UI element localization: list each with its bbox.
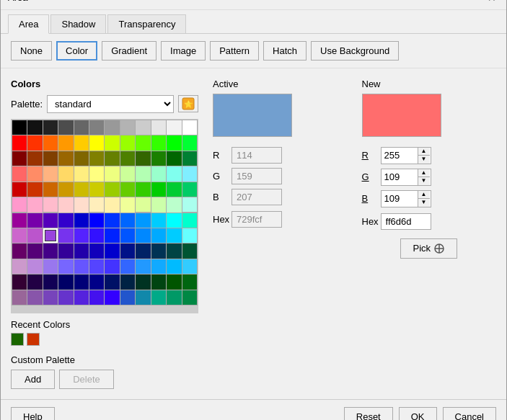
color-cell[interactable] xyxy=(74,228,89,243)
color-cell[interactable] xyxy=(43,166,58,181)
color-cell[interactable] xyxy=(182,151,197,166)
color-cell[interactable] xyxy=(89,197,104,212)
color-cell[interactable] xyxy=(43,259,58,274)
color-cell[interactable] xyxy=(12,259,27,274)
color-cell[interactable] xyxy=(43,243,58,258)
color-cell[interactable] xyxy=(182,197,197,212)
color-cell[interactable] xyxy=(151,274,166,289)
color-cell[interactable] xyxy=(12,213,27,228)
color-cell[interactable] xyxy=(105,228,119,243)
color-cell[interactable] xyxy=(151,228,166,243)
color-cell[interactable] xyxy=(89,243,104,258)
color-cell[interactable] xyxy=(120,182,135,197)
fill-hatch-button[interactable]: Hatch xyxy=(263,41,307,61)
fill-gradient-button[interactable]: Gradient xyxy=(102,41,156,61)
color-cell[interactable] xyxy=(74,213,89,228)
color-cell[interactable] xyxy=(27,290,42,305)
color-cell[interactable] xyxy=(105,135,119,150)
new-r-increment[interactable]: ▲ xyxy=(418,148,430,156)
color-cell[interactable] xyxy=(74,135,89,150)
color-cell[interactable] xyxy=(89,120,104,135)
color-cell[interactable] xyxy=(89,290,104,305)
color-cell[interactable] xyxy=(151,213,166,228)
color-cell[interactable] xyxy=(12,120,27,135)
color-cell[interactable] xyxy=(43,151,58,166)
fill-none-button[interactable]: None xyxy=(11,41,52,61)
color-cell[interactable] xyxy=(167,135,181,150)
color-cell[interactable] xyxy=(27,166,42,181)
fill-image-button[interactable]: Image xyxy=(161,41,206,61)
new-r-decrement[interactable]: ▼ xyxy=(418,156,430,164)
color-cell[interactable] xyxy=(182,243,197,258)
color-cell[interactable] xyxy=(120,290,135,305)
new-hex-input[interactable] xyxy=(381,213,431,230)
color-cell[interactable] xyxy=(151,243,166,258)
color-cell[interactable] xyxy=(43,135,58,150)
color-cell[interactable] xyxy=(151,197,166,212)
color-cell[interactable] xyxy=(136,135,150,150)
color-cell[interactable] xyxy=(27,259,42,274)
cancel-button[interactable]: Cancel xyxy=(443,407,496,420)
color-cell[interactable] xyxy=(120,166,135,181)
color-cell[interactable] xyxy=(27,182,42,197)
color-cell[interactable] xyxy=(58,135,73,150)
color-cell[interactable] xyxy=(74,290,89,305)
color-cell[interactable] xyxy=(136,228,150,243)
color-cell[interactable] xyxy=(120,213,135,228)
color-cell[interactable] xyxy=(58,120,73,135)
color-cell[interactable] xyxy=(120,274,135,289)
color-cell[interactable] xyxy=(167,197,181,212)
color-cell[interactable] xyxy=(74,259,89,274)
color-cell[interactable] xyxy=(58,151,73,166)
new-b-input[interactable] xyxy=(382,191,418,207)
color-cell[interactable] xyxy=(151,259,166,274)
color-cell[interactable] xyxy=(151,151,166,166)
color-cell[interactable] xyxy=(136,274,150,289)
color-cell[interactable] xyxy=(27,213,42,228)
color-cell[interactable] xyxy=(89,182,104,197)
color-cell[interactable] xyxy=(182,213,197,228)
color-cell[interactable] xyxy=(43,228,58,243)
color-cell[interactable] xyxy=(167,243,181,258)
color-cell[interactable] xyxy=(167,182,181,197)
color-cell[interactable] xyxy=(105,197,119,212)
color-cell[interactable] xyxy=(136,213,150,228)
color-cell[interactable] xyxy=(58,213,73,228)
color-cell[interactable] xyxy=(89,151,104,166)
ok-button[interactable]: OK xyxy=(399,407,437,420)
new-b-increment[interactable]: ▲ xyxy=(418,191,430,199)
add-palette-button[interactable]: Add xyxy=(11,370,55,389)
color-cell[interactable] xyxy=(167,228,181,243)
color-cell[interactable] xyxy=(12,135,27,150)
color-cell[interactable] xyxy=(136,290,150,305)
color-cell[interactable] xyxy=(167,151,181,166)
color-cell[interactable] xyxy=(74,274,89,289)
color-cell[interactable] xyxy=(182,135,197,150)
fill-background-button[interactable]: Use Background xyxy=(311,41,399,61)
fill-pattern-button[interactable]: Pattern xyxy=(210,41,259,61)
color-cell[interactable] xyxy=(27,120,42,135)
color-cell[interactable] xyxy=(58,182,73,197)
color-cell[interactable] xyxy=(136,182,150,197)
color-cell[interactable] xyxy=(27,228,42,243)
color-cell[interactable] xyxy=(120,135,135,150)
color-cell[interactable] xyxy=(182,290,197,305)
color-cell[interactable] xyxy=(182,120,197,135)
color-cell[interactable] xyxy=(58,290,73,305)
color-cell[interactable] xyxy=(89,228,104,243)
color-cell[interactable] xyxy=(89,166,104,181)
color-cell[interactable] xyxy=(120,243,135,258)
color-cell[interactable] xyxy=(43,120,58,135)
color-cell[interactable] xyxy=(105,243,119,258)
color-cell[interactable] xyxy=(105,290,119,305)
color-cell[interactable] xyxy=(12,151,27,166)
color-cell[interactable] xyxy=(136,197,150,212)
color-cell[interactable] xyxy=(105,259,119,274)
color-cell[interactable] xyxy=(89,213,104,228)
color-cell[interactable] xyxy=(43,213,58,228)
color-cell[interactable] xyxy=(58,243,73,258)
tab-transparency[interactable]: Transparency xyxy=(107,14,186,33)
color-cell[interactable] xyxy=(27,274,42,289)
color-cell[interactable] xyxy=(43,274,58,289)
palette-select[interactable]: standard xyxy=(47,95,174,113)
